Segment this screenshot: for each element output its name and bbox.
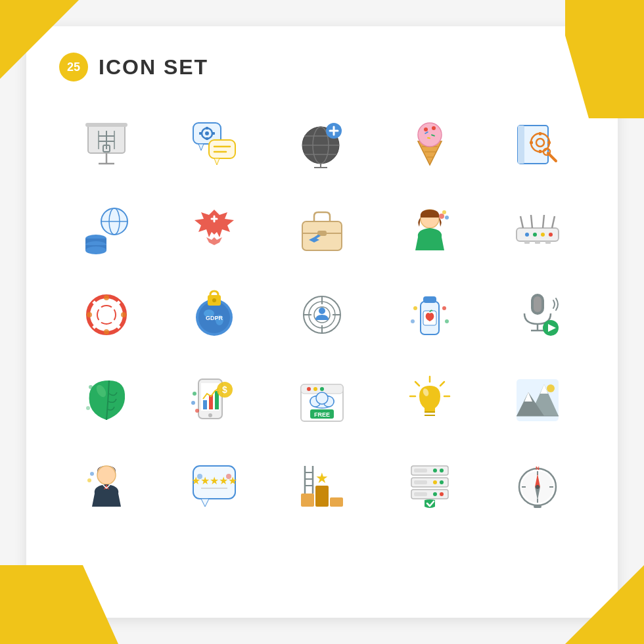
svg-point-68 [445,216,449,219]
svg-point-77 [549,233,553,237]
svg-rect-43 [518,126,524,164]
svg-point-106 [442,306,446,310]
icon-male-user [70,449,143,522]
svg-point-131 [307,387,311,391]
svg-point-75 [533,233,537,237]
svg-text:$: $ [222,384,227,395]
svg-marker-19 [214,158,219,165]
svg-text:★: ★ [315,470,329,486]
icon-achievement-ladder: ★ [286,449,358,522]
svg-point-116 [89,385,93,389]
icon-podcast [501,279,574,351]
svg-point-13 [205,131,209,135]
svg-marker-159 [201,499,209,507]
svg-rect-78 [524,241,530,244]
svg-rect-18 [209,140,235,158]
icon-female-user [394,193,466,265]
svg-rect-80 [545,241,551,244]
svg-rect-46 [539,132,541,135]
icon-gdpr: GDPR [178,279,250,351]
svg-line-72 [543,215,544,228]
svg-rect-184 [414,492,427,496]
icon-canada-map [178,193,250,265]
svg-point-174 [440,469,444,472]
svg-rect-176 [414,469,427,472]
svg-rect-165 [315,486,329,507]
svg-point-105 [413,306,417,310]
svg-line-71 [531,215,532,228]
svg-rect-15 [206,137,208,140]
svg-point-37 [424,127,428,131]
svg-rect-121 [209,395,213,409]
svg-point-128 [195,409,199,413]
svg-point-108 [445,319,449,323]
svg-rect-195 [534,505,541,508]
svg-rect-120 [203,400,207,409]
svg-point-101 [319,308,325,314]
svg-point-161 [197,474,202,479]
svg-point-117 [86,406,90,410]
svg-point-67 [442,210,446,214]
svg-point-125 [208,413,212,417]
icon-idea-bulb [394,364,466,436]
svg-line-70 [520,216,523,228]
svg-point-162 [226,474,231,479]
icon-grid: GDPR [59,108,585,522]
corner-decoration-br [565,565,644,644]
icon-review-chat: ★★★★★ [178,449,250,522]
svg-point-178 [440,480,444,484]
svg-point-66 [439,214,444,219]
svg-rect-1 [85,123,127,127]
icon-user-target [286,279,358,351]
corner-decoration-tl [0,0,79,79]
svg-line-73 [552,216,555,228]
svg-rect-79 [535,241,540,244]
svg-point-59 [85,246,106,254]
svg-rect-166 [330,497,343,507]
svg-line-141 [440,382,444,386]
svg-rect-47 [539,150,541,153]
svg-point-126 [193,392,196,396]
svg-text:FREE: FREE [314,411,330,418]
icon-compass: N [501,449,574,522]
svg-point-179 [433,480,437,484]
svg-point-132 [313,387,317,391]
icon-travel-bag [286,193,358,265]
page-title: ICON SET [99,55,208,80]
svg-point-155 [97,466,116,484]
svg-rect-180 [414,480,427,484]
icon-globe-plus [286,108,358,180]
icon-router [501,193,574,265]
main-card: 25 ICON SET [26,26,618,618]
svg-point-175 [433,469,437,472]
svg-point-86 [104,329,109,334]
svg-point-153 [547,384,555,392]
icon-chat-settings [178,108,250,180]
icon-global-database [70,193,143,265]
svg-point-76 [541,233,545,237]
svg-rect-17 [212,132,215,135]
svg-text:N: N [536,465,540,471]
svg-point-157 [87,478,91,482]
icon-free-hosting: FREE [286,364,358,436]
svg-marker-11 [198,144,204,150]
svg-line-143 [415,382,419,386]
svg-rect-48 [530,141,533,144]
svg-point-93 [212,298,216,302]
icon-supplement-bottle [394,279,466,351]
svg-point-182 [440,492,444,496]
svg-point-107 [411,319,415,323]
svg-text:GDPR: GDPR [206,315,223,321]
icon-mountain [501,364,574,436]
svg-point-193 [536,485,540,489]
svg-point-83 [87,312,92,317]
page-header: 25 ICON SET [59,53,585,81]
svg-rect-16 [199,132,202,135]
svg-point-36 [418,123,442,147]
icon-manual-settings [501,108,574,180]
svg-rect-49 [547,141,551,144]
svg-rect-103 [423,296,436,303]
svg-point-137 [316,392,328,404]
svg-point-85 [104,295,109,300]
icon-lifebuoy [70,279,143,351]
